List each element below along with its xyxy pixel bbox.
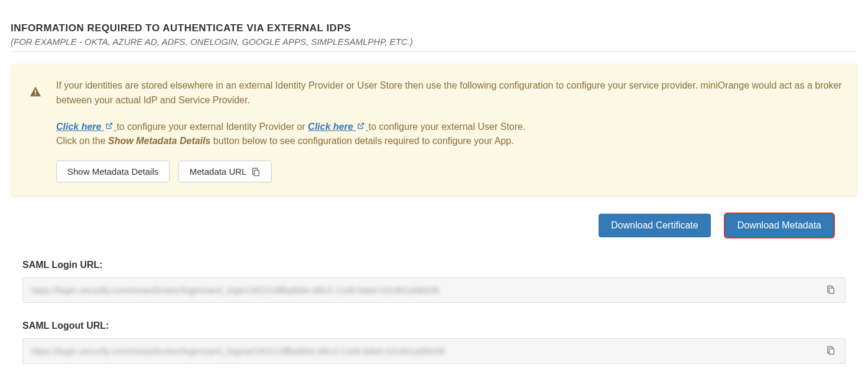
- download-metadata-button[interactable]: Download Metadata: [725, 214, 834, 237]
- warning-icon: [29, 86, 42, 99]
- page-title: INFORMATION REQUIRED TO AUTHENTICATE VIA…: [11, 22, 857, 34]
- configure-idp-link[interactable]: Click here: [56, 122, 116, 132]
- divider: [11, 51, 857, 52]
- download-row: Download Certificate Download Metadata: [11, 214, 857, 237]
- external-link-icon: [357, 122, 365, 130]
- download-certificate-button[interactable]: Download Certificate: [599, 214, 711, 237]
- info-paragraph-2: Click here to configure your external Id…: [56, 120, 843, 149]
- svg-rect-4: [829, 349, 834, 354]
- copy-logout-url-button[interactable]: [824, 343, 838, 359]
- saml-login-url-value: https://login.xecurify.com/moas/broker/l…: [31, 285, 439, 295]
- saml-login-url-field: https://login.xecurify.com/moas/broker/l…: [22, 277, 846, 303]
- copy-icon: [826, 345, 836, 355]
- copy-icon: [826, 285, 836, 294]
- configure-userstore-link[interactable]: Click here: [308, 122, 368, 132]
- show-metadata-details-button[interactable]: Show Metadata Details: [56, 161, 170, 182]
- info-paragraph-1: If your identities are stored elsewhere …: [56, 79, 843, 108]
- metadata-url-button[interactable]: Metadata URL: [178, 161, 272, 182]
- external-link-icon: [105, 122, 113, 130]
- info-notice-box: If your identities are stored elsewhere …: [11, 64, 857, 197]
- saml-logout-url-field: https://login.xecurify.com/moas/broker/l…: [22, 338, 846, 364]
- page-subtitle: (FOR EXAMPLE - OKTA, AZURE AD, ADFS, ONE…: [11, 37, 857, 47]
- saml-login-url-label: SAML Login URL:: [22, 260, 857, 270]
- copy-icon: [251, 167, 261, 176]
- svg-rect-2: [255, 170, 259, 175]
- svg-rect-1: [35, 94, 36, 95]
- saml-logout-url-label: SAML Logout URL:: [22, 321, 857, 331]
- saml-logout-url-value: https://login.xecurify.com/moas/broker/l…: [31, 346, 444, 356]
- svg-rect-3: [829, 288, 834, 293]
- copy-login-url-button[interactable]: [824, 282, 838, 298]
- svg-rect-0: [35, 90, 36, 93]
- show-metadata-emphasis: Show Metadata Details: [108, 136, 210, 146]
